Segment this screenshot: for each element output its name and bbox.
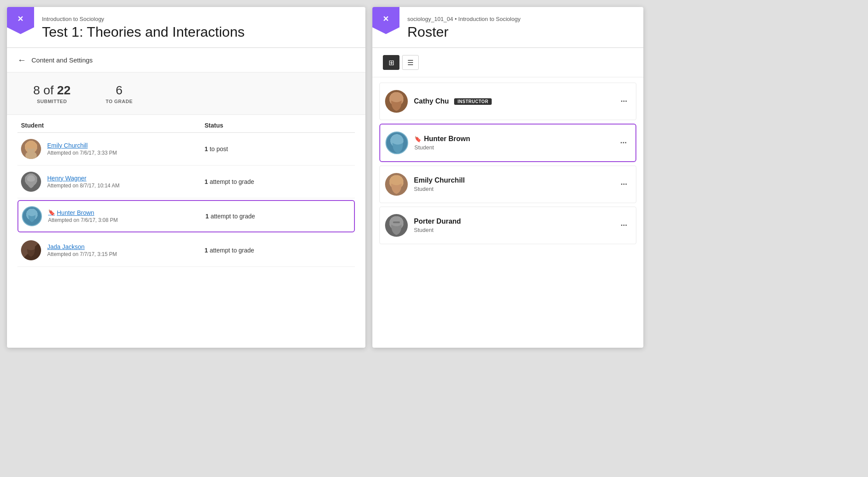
avatar xyxy=(385,90,408,113)
student-name-block: 🔖 Hunter Brown Attempted on 7/6/17, 3:08… xyxy=(48,209,118,223)
status-text: 1 attempt to grade xyxy=(205,178,254,185)
nav-label: Content and Settings xyxy=(31,56,93,64)
roster-item-highlighted[interactable]: 🔖 Hunter Brown Student ··· xyxy=(379,124,636,162)
student-name-link[interactable]: Jada Jackson xyxy=(47,243,117,250)
submitted-of: of xyxy=(43,83,57,97)
avatar xyxy=(21,172,41,192)
roster-name: Emily Churchill xyxy=(414,176,465,184)
avatar xyxy=(21,240,41,260)
roster-person-info: Emily Churchill Student xyxy=(414,176,465,192)
right-panel: × sociology_101_04 • Introduction to Soc… xyxy=(372,7,643,348)
to-grade-label: TO GRADE xyxy=(106,99,133,104)
col-student-header: Student xyxy=(21,122,205,129)
submitted-label: SUBMITTED xyxy=(33,99,71,104)
student-name-link[interactable]: 🔖 Hunter Brown xyxy=(48,209,118,216)
roster-person-info: Porter Durand Student xyxy=(414,218,461,233)
to-grade-stat: 6 TO GRADE xyxy=(106,83,133,104)
roster-item[interactable]: Emily Churchill Student ··· xyxy=(379,166,636,203)
to-grade-number: 6 xyxy=(106,83,133,98)
roster-item[interactable]: Cathy Chu INSTRUCTOR ··· xyxy=(379,83,636,120)
submitted-count: 8 xyxy=(33,83,40,97)
right-panel-header: × sociology_101_04 • Introduction to Soc… xyxy=(372,7,643,48)
left-panel-title: Test 1: Theories and Interactions xyxy=(42,24,355,40)
student-name-link[interactable]: Emily Churchill xyxy=(47,142,117,149)
right-panel-title: Roster xyxy=(407,24,633,40)
table-row-highlighted[interactable]: 🔖 Hunter Brown Attempted on 7/6/17, 3:08… xyxy=(17,200,355,232)
back-arrow-icon[interactable]: ← xyxy=(17,55,26,65)
left-close-button[interactable]: × xyxy=(7,7,34,34)
instructor-badge: INSTRUCTOR xyxy=(454,98,492,105)
table-header: Student Status xyxy=(17,115,355,133)
student-name-block: Henry Wagner Attempted on 8/7/17, 10:14 … xyxy=(47,175,119,189)
list-view-button[interactable]: ☰ xyxy=(402,55,419,70)
roster-name: Porter Durand xyxy=(414,218,461,225)
submitted-stat: 8 of 22 SUBMITTED xyxy=(33,83,71,104)
left-nav[interactable]: ← Content and Settings xyxy=(7,48,365,73)
student-name-block: Jada Jackson Attempted on 7/7/17, 3:15 P… xyxy=(47,243,117,257)
roster-role: Student xyxy=(414,227,461,233)
status-text: 1 attempt to grade xyxy=(205,213,255,220)
more-options-button[interactable]: ··· xyxy=(617,95,631,108)
more-options-button[interactable]: ··· xyxy=(617,219,631,232)
left-panel-header: × Introduction to Sociology Test 1: Theo… xyxy=(7,7,365,48)
submitted-total: 22 xyxy=(57,83,71,97)
avatar xyxy=(385,173,408,196)
attempt-info: Attempted on 7/6/17, 3:33 PM xyxy=(47,150,117,156)
student-name-link[interactable]: Henry Wagner xyxy=(47,175,119,182)
right-course-label: sociology_101_04 • Introduction to Socio… xyxy=(407,16,633,22)
avatar xyxy=(385,131,408,154)
left-panel: × Introduction to Sociology Test 1: Theo… xyxy=(7,7,365,348)
student-name-block: Emily Churchill Attempted on 7/6/17, 3:3… xyxy=(47,142,117,156)
status-text: 1 attempt to grade xyxy=(205,247,254,254)
avatar xyxy=(385,214,408,237)
roster-role: Student xyxy=(414,186,465,192)
more-options-button[interactable]: ··· xyxy=(617,137,630,149)
attempt-info: Attempted on 7/6/17, 3:08 PM xyxy=(48,217,118,223)
bookmark-icon: 🔖 xyxy=(48,209,55,216)
more-options-button[interactable]: ··· xyxy=(617,178,631,191)
avatar xyxy=(22,206,42,226)
status-text: 1 to post xyxy=(205,145,228,152)
roster-list: Cathy Chu INSTRUCTOR ··· 🔖 Hunter Brown … xyxy=(372,77,643,253)
roster-person-info: Cathy Chu INSTRUCTOR xyxy=(414,97,492,105)
student-table: Student Status Emily Churchill Attempted… xyxy=(7,115,365,267)
roster-name: Cathy Chu INSTRUCTOR xyxy=(414,97,492,105)
table-row[interactable]: Emily Churchill Attempted on 7/6/17, 3:3… xyxy=(17,133,355,166)
grid-view-button[interactable]: ⊞ xyxy=(383,55,399,70)
roster-role: Student xyxy=(414,144,470,151)
roster-toolbar: ⊞ ☰ xyxy=(372,48,643,77)
student-info: Jada Jackson Attempted on 7/7/17, 3:15 P… xyxy=(21,240,205,260)
student-info: Henry Wagner Attempted on 8/7/17, 10:14 … xyxy=(21,172,205,192)
svg-rect-10 xyxy=(393,221,400,223)
submitted-numbers: 8 of 22 xyxy=(33,83,71,98)
avatar xyxy=(21,139,41,159)
bookmark-icon: 🔖 xyxy=(414,136,421,142)
attempt-info: Attempted on 7/7/17, 3:15 PM xyxy=(47,251,117,257)
right-close-button[interactable]: × xyxy=(372,7,399,34)
table-row[interactable]: Henry Wagner Attempted on 8/7/17, 10:14 … xyxy=(17,166,355,198)
student-info: 🔖 Hunter Brown Attempted on 7/6/17, 3:08… xyxy=(22,206,205,226)
left-course-label: Introduction to Sociology xyxy=(42,16,355,22)
attempt-info: Attempted on 8/7/17, 10:14 AM xyxy=(47,183,119,189)
table-row[interactable]: Jada Jackson Attempted on 7/7/17, 3:15 P… xyxy=(17,234,355,267)
roster-name: 🔖 Hunter Brown xyxy=(414,135,470,143)
stats-bar: 8 of 22 SUBMITTED 6 TO GRADE xyxy=(7,73,365,115)
roster-person-info: 🔖 Hunter Brown Student xyxy=(414,135,470,151)
roster-item[interactable]: Porter Durand Student ··· xyxy=(379,207,636,244)
col-status-header: Status xyxy=(205,122,223,129)
student-info: Emily Churchill Attempted on 7/6/17, 3:3… xyxy=(21,139,205,159)
